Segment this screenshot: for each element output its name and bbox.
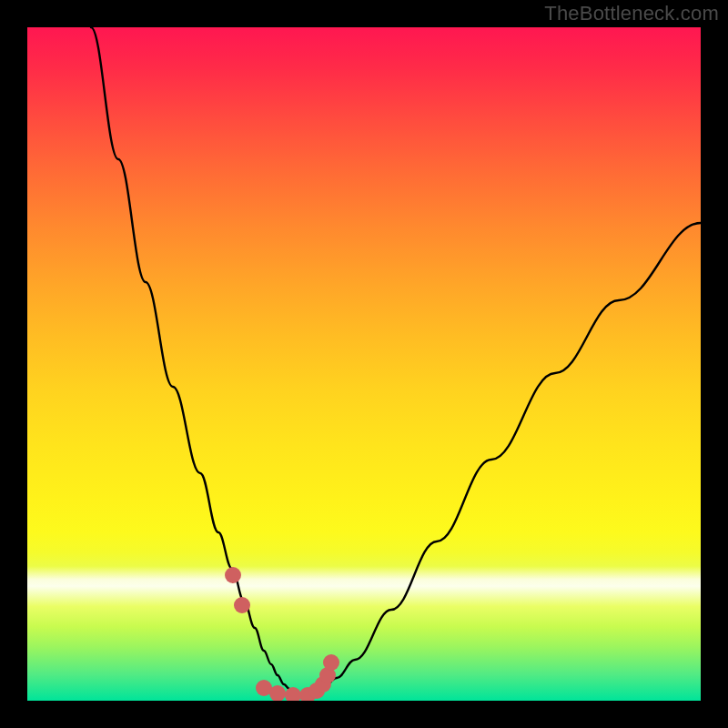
valley-marker [225, 567, 241, 583]
curve-layer [27, 27, 701, 701]
left-curve [91, 27, 300, 696]
right-curve [300, 223, 701, 696]
watermark-text: TheBottleneck.com [544, 2, 719, 25]
valley-marker [234, 597, 250, 613]
gradient-plot-area [27, 27, 701, 701]
valley-marker [323, 654, 339, 671]
valley-marker [285, 687, 301, 701]
chart-frame: TheBottleneck.com [0, 0, 728, 728]
